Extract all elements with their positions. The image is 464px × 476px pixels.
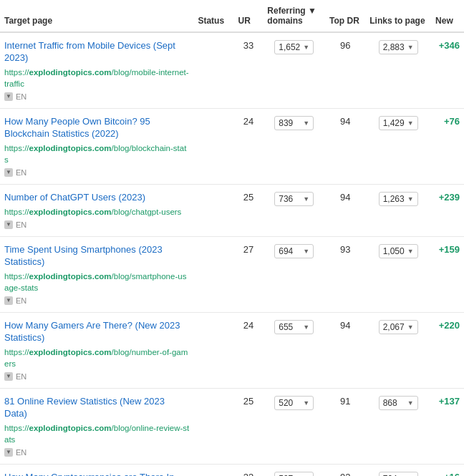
links-cell: 2,067 ▼: [365, 312, 431, 388]
page-url: https://explodingtopics.com/blog/mobile-…: [4, 67, 189, 89]
top-dr-value: 94: [340, 320, 350, 331]
ur-value: 23: [243, 472, 253, 476]
ref-domains-dropdown[interactable]: 520 ▼: [274, 396, 314, 410]
links-dropdown[interactable]: 868 ▼: [379, 396, 418, 410]
status-cell: [193, 32, 233, 108]
ur-cell: 25: [234, 184, 264, 236]
page-title[interactable]: Number of ChatGPT Users (2023): [4, 192, 189, 204]
ref-domains-cell: 736 ▼: [263, 184, 325, 236]
url-dropdown[interactable]: ▼: [4, 448, 13, 457]
page-title[interactable]: 81 Online Review Statistics (New 2023 Da…: [4, 396, 189, 420]
ur-value: 33: [243, 40, 253, 51]
ur-value: 25: [243, 192, 253, 203]
new-value: +16: [444, 472, 460, 476]
ref-domains-dropdown[interactable]: 694 ▼: [274, 244, 314, 258]
links-dropdown[interactable]: 764 ▼: [379, 472, 418, 476]
new-cell: +76: [431, 108, 464, 184]
links-dropdown[interactable]: 2,067 ▼: [379, 320, 418, 334]
ref-domains-dropdown[interactable]: 839 ▼: [274, 116, 314, 130]
url-lang: EN: [16, 92, 26, 101]
links-dropdown[interactable]: 1,429 ▼: [379, 116, 418, 130]
url-dropdown[interactable]: ▼: [4, 220, 13, 229]
ref-domains-cell: 520 ▼: [263, 388, 325, 464]
page-url: https://explodingtopics.com/blog/number-…: [4, 346, 189, 369]
status-cell: [193, 464, 233, 476]
column-header-ref-domains[interactable]: Referring ▼domains: [263, 0, 325, 32]
dropdown-arrow-icon: ▼: [303, 324, 309, 331]
page-title[interactable]: Time Spent Using Smartphones (2023 Stati…: [4, 244, 189, 268]
target-cell: Time Spent Using Smartphones (2023 Stati…: [0, 236, 193, 312]
column-header-status: Status: [193, 0, 233, 32]
links-dropdown[interactable]: 1,050 ▼: [379, 244, 418, 258]
ref-domains-value: 655: [279, 322, 293, 332]
table-row: How Many Gamers Are There? (New 2023 Sta…: [0, 312, 464, 388]
url-dropdown[interactable]: ▼: [4, 168, 13, 177]
url-dropdown[interactable]: ▼: [4, 296, 13, 305]
dropdown-arrow-icon: ▼: [407, 44, 414, 51]
ref-domains-dropdown[interactable]: 1,652 ▼: [274, 40, 314, 54]
page-url: https://explodingtopics.com/blog/blockch…: [4, 142, 189, 165]
links-value: 1,050: [383, 246, 405, 256]
new-value: +220: [439, 320, 460, 331]
links-value: 2,067: [383, 322, 405, 332]
ref-domains-value: 736: [279, 194, 293, 204]
url-dropdown[interactable]: ▼: [4, 372, 13, 381]
page-title[interactable]: How Many People Own Bitcoin? 95 Blockcha…: [4, 116, 189, 140]
ref-domains-cell: 694 ▼: [263, 236, 325, 312]
ur-cell: 24: [234, 312, 264, 388]
new-cell: +220: [431, 312, 464, 388]
links-cell: 868 ▼: [365, 388, 431, 464]
target-cell: How Many Cryptocurrencies are There In 2…: [0, 464, 193, 476]
status-cell: [193, 184, 233, 236]
target-cell: Internet Traffic from Mobile Devices (Se…: [0, 32, 193, 108]
url-lang: EN: [16, 372, 26, 381]
page-title[interactable]: Internet Traffic from Mobile Devices (Se…: [4, 40, 189, 64]
page-title[interactable]: How Many Cryptocurrencies are There In 2…: [4, 472, 189, 476]
ur-value: 27: [243, 244, 253, 255]
column-header-top-dr: Top DR: [325, 0, 365, 32]
ref-domains-dropdown[interactable]: 507 ▼: [274, 472, 314, 476]
page-url: https://explodingtopics.com/blog/chatgpt…: [4, 206, 189, 218]
ref-domains-cell: 1,652 ▼: [263, 32, 325, 108]
target-cell: 81 Online Review Statistics (New 2023 Da…: [0, 388, 193, 464]
status-cell: [193, 108, 233, 184]
ref-domains-dropdown[interactable]: 736 ▼: [274, 192, 314, 206]
ur-cell: 24: [234, 108, 264, 184]
links-dropdown[interactable]: 1,263 ▼: [379, 192, 418, 206]
ref-domains-dropdown[interactable]: 655 ▼: [274, 320, 314, 334]
page-url: https://explodingtopics.com/blog/online-…: [4, 422, 189, 445]
top-dr-cell: 94: [325, 108, 365, 184]
links-cell: 764 ▼: [365, 464, 431, 476]
top-dr-cell: 91: [325, 388, 365, 464]
top-dr-cell: 96: [325, 32, 365, 108]
page-title[interactable]: How Many Gamers Are There? (New 2023 Sta…: [4, 320, 189, 344]
dropdown-arrow-icon: ▼: [407, 248, 414, 255]
url-lang: EN: [16, 296, 26, 305]
dropdown-arrow-icon: ▼: [303, 44, 309, 51]
links-dropdown[interactable]: 2,883 ▼: [379, 40, 418, 54]
target-cell: Number of ChatGPT Users (2023) https://e…: [0, 184, 193, 236]
links-cell: 2,883 ▼: [365, 32, 431, 108]
new-cell: +137: [431, 388, 464, 464]
table-row: How Many Cryptocurrencies are There In 2…: [0, 464, 464, 476]
links-value: 1,429: [383, 118, 405, 128]
table-row: How Many People Own Bitcoin? 95 Blockcha…: [0, 108, 464, 184]
ref-domains-cell: 839 ▼: [263, 108, 325, 184]
target-cell: How Many Gamers Are There? (New 2023 Sta…: [0, 312, 193, 388]
top-dr-cell: 93: [325, 236, 365, 312]
new-value: +346: [439, 40, 460, 51]
new-cell: +346: [431, 32, 464, 108]
ur-cell: 33: [234, 32, 264, 108]
ur-cell: 27: [234, 236, 264, 312]
table-row: Time Spent Using Smartphones (2023 Stati…: [0, 236, 464, 312]
links-value: 2,883: [383, 42, 405, 52]
ur-cell: 25: [234, 388, 264, 464]
top-dr-value: 94: [340, 116, 350, 127]
new-value: +239: [439, 192, 460, 203]
ref-domains-value: 839: [279, 118, 293, 128]
ur-cell: 23: [234, 464, 264, 476]
top-dr-value: 91: [340, 396, 350, 407]
top-dr-value: 96: [340, 40, 350, 51]
dropdown-arrow-icon: ▼: [407, 324, 414, 331]
url-dropdown[interactable]: ▼: [4, 92, 13, 101]
